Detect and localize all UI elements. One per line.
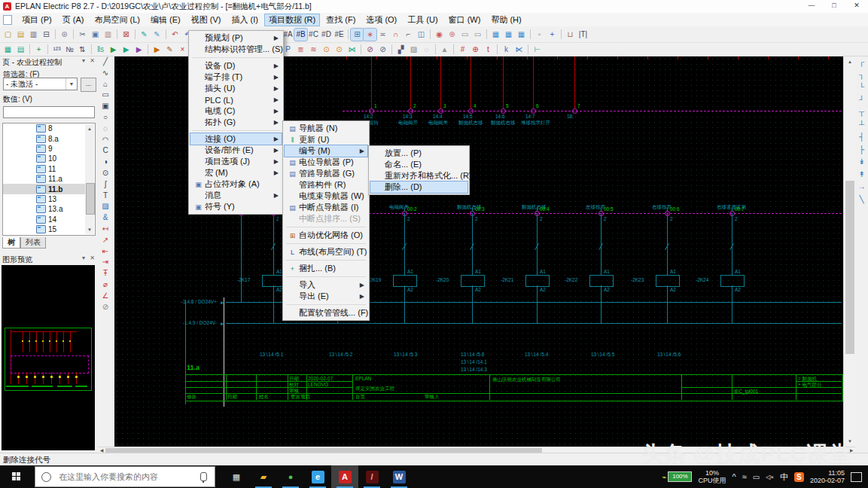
settings-wrench-icon[interactable]: ⊛ bbox=[58, 29, 71, 41]
stamp-icon[interactable]: ⊕ bbox=[446, 29, 458, 41]
cpu-usage-indicator[interactable]: 10%CPU使用 bbox=[698, 469, 726, 484]
project-data-menu-item-7[interactable]: PLC (L)▶ bbox=[190, 94, 282, 105]
edit-function-icon[interactable]: ✎ bbox=[163, 44, 176, 56]
page-navigator-icon[interactable]: ▦ bbox=[2, 44, 14, 56]
project-data-menu-item-6[interactable]: 插头 (U)▶ bbox=[190, 83, 282, 94]
scroll-down-icon[interactable]: ▼ bbox=[85, 225, 94, 234]
start-button[interactable] bbox=[0, 465, 35, 488]
connections-menu-item-4[interactable]: ▤电位导航器 (P) bbox=[285, 157, 367, 168]
break-point-icon[interactable]: → bbox=[855, 181, 868, 194]
preview-pin-icon[interactable]: ▾ bbox=[82, 255, 87, 261]
v-scroll-thumb[interactable] bbox=[845, 181, 854, 354]
dim-angle-tool-icon[interactable]: ∠ bbox=[98, 291, 113, 302]
curve-icon[interactable]: k bbox=[500, 44, 513, 56]
grid-b-icon[interactable]: #B bbox=[294, 29, 307, 41]
new-icon[interactable]: ▢ bbox=[2, 29, 14, 41]
print-icon[interactable]: ⊟ bbox=[40, 29, 53, 41]
double-junction-up-icon[interactable]: ↟ bbox=[855, 169, 868, 181]
align-icon[interactable]: ▫ bbox=[533, 29, 546, 41]
note-icon[interactable]: ▭ bbox=[458, 29, 471, 41]
page-tree-item-10[interactable]: 10 bbox=[3, 154, 95, 163]
taskbar-app-word[interactable]: W bbox=[385, 465, 413, 488]
menubar-item-4[interactable]: 编辑 (E) bbox=[146, 14, 185, 26]
wire-ends-icon[interactable]: ⋈ bbox=[346, 44, 358, 56]
node-icon[interactable]: ⋉ bbox=[513, 44, 525, 56]
wifi-icon[interactable]: ≈ bbox=[742, 472, 747, 481]
notification-icon[interactable] bbox=[851, 472, 862, 482]
dim-radius-tool-icon[interactable]: ⌀ bbox=[98, 279, 113, 291]
flag-green-icon[interactable]: ▶ bbox=[107, 44, 120, 56]
numbering-menu-item-3[interactable]: 重新对齐和格式化... (R) bbox=[370, 170, 468, 181]
project-data-menu-item-13[interactable]: 项目选项 (J)▶ bbox=[190, 156, 282, 167]
value-input[interactable] bbox=[3, 106, 95, 118]
project-data-menu-item-16[interactable]: 消息▶ bbox=[190, 190, 282, 201]
line-tool-icon[interactable]: ╱ bbox=[98, 56, 113, 68]
corner-up-right-icon[interactable]: ┘ bbox=[855, 94, 868, 107]
connections-menu-item-15[interactable]: +捆扎... (B) bbox=[285, 263, 367, 274]
menubar-item-3[interactable]: 布局空间 (L) bbox=[90, 14, 145, 26]
project-data-menu-item-9[interactable]: 拓扑 (G)▶ bbox=[190, 117, 282, 128]
flag-teal-icon[interactable]: ▶ bbox=[120, 44, 132, 56]
t-node-up-icon[interactable]: ┴ bbox=[855, 119, 868, 132]
connections-menu-item-3[interactable]: 编号 (M)▶ bbox=[285, 145, 367, 157]
search-input[interactable] bbox=[57, 471, 200, 482]
flag-move-icon[interactable]: ▶ bbox=[151, 44, 163, 56]
polygon-tool-icon[interactable]: ⌂ bbox=[98, 79, 113, 90]
tab-列表[interactable]: 列表 bbox=[20, 237, 46, 249]
text-tool-icon[interactable]: T bbox=[98, 191, 113, 202]
project-data-menu-item-12[interactable]: 设备/部件 (E)▶ bbox=[190, 145, 282, 156]
minimize-button[interactable]: — bbox=[800, 0, 823, 13]
balance-icon[interactable]: ⊢ bbox=[531, 44, 544, 56]
taskbar-search[interactable] bbox=[35, 466, 215, 487]
update-master-icon[interactable]: ▲ bbox=[438, 44, 451, 56]
menubar-item-10[interactable]: 工具 (U) bbox=[403, 14, 442, 26]
connection-navigator-icon[interactable]: ≋ bbox=[307, 44, 320, 56]
snap-object-icon[interactable]: ≍ bbox=[376, 29, 389, 41]
undo-icon[interactable]: ↶ bbox=[169, 29, 181, 41]
taskbar-app-file-explorer[interactable]: ▰ bbox=[250, 465, 277, 488]
connections-menu-item-11[interactable]: ⊞自动优化网络 (O) bbox=[285, 230, 367, 241]
taskbar-app-calculator[interactable]: ▦ bbox=[223, 465, 250, 488]
project-data-menu-item-2[interactable]: 结构标识符管理... (S) bbox=[190, 44, 282, 55]
connections-menu-item-20[interactable]: 配置软管管线... (F) bbox=[285, 307, 367, 319]
text-tool-icon[interactable]: |T| bbox=[577, 29, 589, 41]
scroll-up-icon[interactable]: ▲ bbox=[844, 56, 856, 67]
parts-cart-icon[interactable]: ⊔ bbox=[564, 29, 577, 41]
menubar-item-8[interactable]: 查找 (F) bbox=[321, 14, 360, 26]
menubar-item-1[interactable]: 项目 (P) bbox=[17, 14, 56, 26]
copy-icon[interactable]: ▣ bbox=[89, 29, 102, 41]
grid-d-icon[interactable]: #D bbox=[320, 29, 333, 41]
delete-icon[interactable]: ⊠ bbox=[120, 29, 132, 41]
menubar-item-11[interactable]: 窗口 (W) bbox=[444, 14, 486, 26]
display-icon[interactable]: ▭ bbox=[753, 473, 760, 481]
save-icon[interactable]: ▥ bbox=[27, 29, 40, 41]
number-123-icon[interactable]: ¹²³ bbox=[50, 44, 63, 56]
graphic-edit-icon[interactable]: ◫ bbox=[415, 29, 428, 41]
tab-树[interactable]: 树 bbox=[2, 237, 20, 249]
table-view-3-icon[interactable]: ▦ bbox=[515, 29, 528, 41]
connections-menu-item-5[interactable]: ▤管路导航器 (G) bbox=[285, 168, 367, 179]
menubar-item-9[interactable]: 选项 (O) bbox=[361, 14, 401, 26]
cut-icon[interactable]: ✂ bbox=[76, 29, 89, 41]
volume-muted-icon[interactable]: ◁× bbox=[766, 474, 774, 480]
insert-plug-icon[interactable]: t bbox=[482, 44, 495, 56]
layout-navigator-icon[interactable]: ▤ bbox=[14, 44, 27, 56]
grid-c-icon[interactable]: #C bbox=[307, 29, 320, 41]
dim-aligned-tool-icon[interactable]: ↗ bbox=[98, 235, 113, 246]
ortho-icon[interactable]: ⌐ bbox=[402, 29, 415, 41]
sector-tool-icon[interactable]: ◑ bbox=[98, 157, 113, 168]
double-junction-down-icon[interactable]: ↡ bbox=[855, 156, 868, 169]
brush-format-icon[interactable]: ✎ bbox=[151, 29, 163, 41]
dropdown-arrow-icon[interactable]: ▼ bbox=[65, 78, 77, 90]
dim-linear-tool-icon[interactable]: ↤ bbox=[98, 224, 113, 235]
flag-purple-icon[interactable]: ▶ bbox=[132, 44, 145, 56]
vertical-scrollbar[interactable]: ▲▼ bbox=[843, 56, 856, 447]
insert-center-icon[interactable]: ⊕ bbox=[469, 44, 482, 56]
page-tree-item-9[interactable]: 9 bbox=[3, 144, 95, 154]
pin-icon[interactable]: ◉ bbox=[433, 29, 446, 41]
menubar-item-12[interactable]: 帮助 (H) bbox=[486, 14, 525, 26]
insert-grid-icon[interactable]: # bbox=[456, 44, 469, 56]
circle-tool-icon[interactable]: ○ bbox=[98, 112, 113, 124]
cable-navigator-icon[interactable]: ≣ bbox=[294, 44, 307, 56]
preview-close-icon[interactable]: ✕ bbox=[90, 255, 96, 261]
